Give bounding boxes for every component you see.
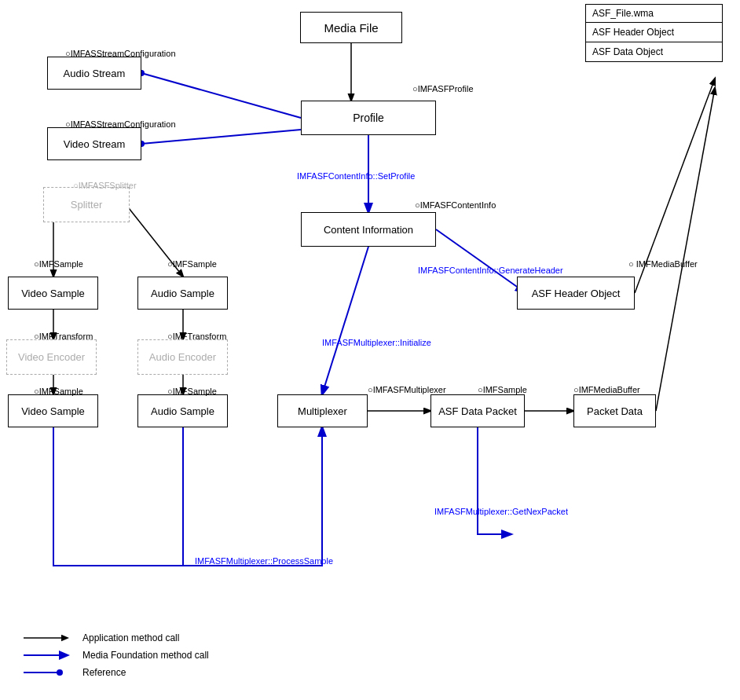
label-imfasf-multiplexer: ○IMFASFMultiplexer bbox=[368, 385, 446, 394]
label-generate-header: IMFASFContentInfo::GenerateHeader bbox=[418, 266, 563, 275]
label-set-profile: IMFASFContentInfo::SetProfile bbox=[297, 171, 415, 181]
asf-data-packet-box: ASF Data Packet bbox=[430, 394, 525, 427]
multiplexer-box: Multiplexer bbox=[277, 394, 368, 427]
profile-box: Profile bbox=[301, 101, 436, 135]
diagram-container: ASF_File.wma ASF Header Object ASF Data … bbox=[0, 0, 740, 700]
audio-sample-2-box: Audio Sample bbox=[137, 394, 228, 427]
svg-point-21 bbox=[57, 669, 63, 676]
asf-file-title: ASF_File.wma bbox=[586, 5, 722, 23]
svg-line-12 bbox=[141, 73, 301, 118]
label-imf-media-buffer-2: ○ IMFMediaBuffer bbox=[628, 259, 698, 269]
svg-line-9 bbox=[322, 247, 368, 394]
video-sample-2-box: Video Sample bbox=[8, 394, 98, 427]
svg-line-17 bbox=[656, 88, 715, 411]
legend: Application method call Media Foundation… bbox=[24, 632, 209, 684]
label-imf-sample-5: ○IMFSample bbox=[478, 385, 527, 394]
video-encoder-box: Video Encoder bbox=[6, 339, 97, 375]
asf-data-object-file: ASF Data Object bbox=[586, 42, 722, 61]
label-imfasf-profile: ○IMFASFProfile bbox=[412, 84, 474, 93]
asf-file-group: ASF_File.wma ASF Header Object ASF Data … bbox=[585, 4, 723, 62]
asf-header-object-box: ASF Header Object bbox=[517, 277, 635, 310]
legend-reference: Reference bbox=[24, 667, 209, 678]
label-process-sample: IMFASFMultiplexer::ProcessSample bbox=[195, 556, 333, 566]
legend-mf-call-label: Media Foundation method call bbox=[82, 650, 209, 661]
label-imfas-stream-config-2: ○IMFASStreamConfiguration bbox=[65, 119, 176, 129]
packet-data-box: Packet Data bbox=[573, 394, 656, 427]
media-file-box: Media File bbox=[300, 12, 402, 43]
label-imf-sample-4: ○IMFSample bbox=[167, 387, 217, 396]
label-imf-media-buffer-1: ○IMFMediaBuffer bbox=[573, 385, 640, 394]
audio-encoder-box: Audio Encoder bbox=[137, 339, 228, 375]
svg-line-2 bbox=[436, 229, 525, 292]
legend-app-call: Application method call bbox=[24, 632, 209, 643]
label-get-nex-packet: IMFASFMultiplexer::GetNexPacket bbox=[434, 507, 568, 516]
label-imfas-stream-config-1: ○IMFASStreamConfiguration bbox=[65, 49, 176, 58]
content-information-box: Content Information bbox=[301, 212, 436, 247]
video-sample-1-box: Video Sample bbox=[8, 277, 98, 310]
splitter-box: Splitter bbox=[43, 187, 130, 222]
label-imf-sample-3: ○IMFSample bbox=[34, 387, 83, 396]
label-imf-transform-2: ○IMFTransform bbox=[167, 332, 226, 341]
label-initialize: IMFASFMultiplexer::Initialize bbox=[322, 338, 431, 347]
label-imfasf-content-info: ○IMFASFContentInfo bbox=[415, 200, 496, 210]
legend-reference-label: Reference bbox=[82, 667, 126, 678]
asf-header-object-file: ASF Header Object bbox=[586, 23, 722, 42]
label-imf-sample-2: ○IMFSample bbox=[167, 259, 217, 269]
label-imf-transform-1: ○IMFTransform bbox=[34, 332, 93, 341]
label-imf-sample-1: ○IMFSample bbox=[34, 259, 83, 269]
legend-app-call-label: Application method call bbox=[82, 632, 179, 643]
legend-mf-call: Media Foundation method call bbox=[24, 650, 209, 661]
audio-sample-1-box: Audio Sample bbox=[137, 277, 228, 310]
label-imfasf-splitter: ○IMFASFSplitter bbox=[73, 181, 137, 190]
audio-stream-box: Audio Stream bbox=[47, 57, 141, 90]
svg-line-14 bbox=[141, 130, 301, 144]
video-stream-box: Video Stream bbox=[47, 127, 141, 160]
